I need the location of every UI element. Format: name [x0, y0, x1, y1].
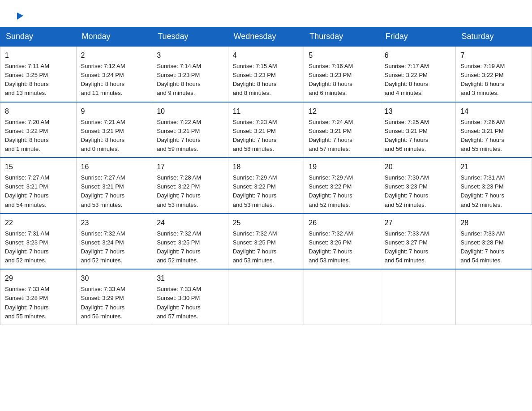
day-number: 11 [233, 106, 300, 117]
calendar-day-23: 23Sunrise: 7:32 AM Sunset: 3:24 PM Dayli… [76, 214, 152, 270]
calendar-day-25: 25Sunrise: 7:32 AM Sunset: 3:25 PM Dayli… [228, 214, 304, 270]
day-info: Sunrise: 7:32 AM Sunset: 3:26 PM Dayligh… [309, 229, 375, 265]
day-number: 20 [385, 162, 451, 172]
day-number: 10 [157, 106, 223, 117]
day-info: Sunrise: 7:14 AM Sunset: 3:23 PM Dayligh… [157, 62, 223, 98]
calendar-day-12: 12Sunrise: 7:24 AM Sunset: 3:21 PM Dayli… [304, 102, 380, 158]
day-info: Sunrise: 7:27 AM Sunset: 3:21 PM Dayligh… [5, 173, 72, 210]
day-number: 9 [81, 106, 148, 117]
calendar-empty-cell [304, 269, 380, 325]
day-number: 29 [5, 273, 72, 284]
day-info: Sunrise: 7:21 AM Sunset: 3:21 PM Dayligh… [81, 118, 148, 154]
day-number: 26 [309, 218, 375, 228]
day-info: Sunrise: 7:24 AM Sunset: 3:21 PM Dayligh… [309, 118, 375, 154]
calendar-week-3: 15Sunrise: 7:27 AM Sunset: 3:21 PM Dayli… [0, 158, 532, 214]
svg-marker-0 [17, 13, 23, 20]
day-info: Sunrise: 7:28 AM Sunset: 3:22 PM Dayligh… [157, 173, 223, 210]
calendar-day-15: 15Sunrise: 7:27 AM Sunset: 3:21 PM Dayli… [0, 158, 77, 214]
calendar-day-2: 2Sunrise: 7:12 AM Sunset: 3:24 PM Daylig… [76, 46, 152, 102]
calendar-day-30: 30Sunrise: 7:33 AM Sunset: 3:29 PM Dayli… [76, 269, 152, 325]
calendar-week-4: 22Sunrise: 7:31 AM Sunset: 3:23 PM Dayli… [0, 214, 532, 270]
calendar-day-18: 18Sunrise: 7:29 AM Sunset: 3:22 PM Dayli… [228, 158, 304, 214]
day-number: 30 [81, 273, 148, 284]
calendar-day-7: 7Sunrise: 7:19 AM Sunset: 3:22 PM Daylig… [456, 46, 532, 102]
calendar-day-9: 9Sunrise: 7:21 AM Sunset: 3:21 PM Daylig… [76, 102, 152, 158]
calendar-day-19: 19Sunrise: 7:29 AM Sunset: 3:22 PM Dayli… [304, 158, 380, 214]
calendar-day-3: 3Sunrise: 7:14 AM Sunset: 3:23 PM Daylig… [152, 46, 228, 102]
calendar-day-31: 31Sunrise: 7:33 AM Sunset: 3:30 PM Dayli… [152, 269, 228, 325]
calendar-day-10: 10Sunrise: 7:22 AM Sunset: 3:21 PM Dayli… [152, 102, 228, 158]
day-info: Sunrise: 7:16 AM Sunset: 3:23 PM Dayligh… [309, 62, 375, 98]
day-number: 13 [385, 106, 451, 117]
day-number: 3 [157, 50, 223, 61]
day-info: Sunrise: 7:11 AM Sunset: 3:25 PM Dayligh… [5, 62, 72, 98]
day-number: 27 [385, 218, 451, 228]
day-info: Sunrise: 7:32 AM Sunset: 3:25 PM Dayligh… [233, 229, 300, 265]
day-info: Sunrise: 7:33 AM Sunset: 3:30 PM Dayligh… [157, 285, 223, 321]
day-number: 31 [157, 273, 223, 284]
weekday-header-sunday: Sunday [0, 27, 77, 47]
calendar-day-28: 28Sunrise: 7:33 AM Sunset: 3:28 PM Dayli… [456, 214, 532, 270]
day-info: Sunrise: 7:22 AM Sunset: 3:21 PM Dayligh… [157, 118, 223, 154]
day-info: Sunrise: 7:33 AM Sunset: 3:27 PM Dayligh… [385, 229, 451, 265]
day-info: Sunrise: 7:17 AM Sunset: 3:22 PM Dayligh… [385, 62, 451, 98]
day-number: 25 [233, 218, 300, 228]
day-info: Sunrise: 7:31 AM Sunset: 3:23 PM Dayligh… [460, 173, 527, 210]
calendar-day-5: 5Sunrise: 7:16 AM Sunset: 3:23 PM Daylig… [304, 46, 380, 102]
day-info: Sunrise: 7:15 AM Sunset: 3:23 PM Dayligh… [233, 62, 300, 98]
calendar-day-21: 21Sunrise: 7:31 AM Sunset: 3:23 PM Dayli… [456, 158, 532, 214]
calendar-header-row: SundayMondayTuesdayWednesdayThursdayFrid… [0, 27, 532, 47]
calendar-day-8: 8Sunrise: 7:20 AM Sunset: 3:22 PM Daylig… [0, 102, 77, 158]
day-info: Sunrise: 7:26 AM Sunset: 3:21 PM Dayligh… [460, 118, 527, 154]
day-number: 24 [157, 218, 223, 228]
day-info: Sunrise: 7:29 AM Sunset: 3:22 PM Dayligh… [309, 173, 375, 210]
day-number: 14 [460, 106, 527, 117]
calendar-day-4: 4Sunrise: 7:15 AM Sunset: 3:23 PM Daylig… [228, 46, 304, 102]
calendar-day-13: 13Sunrise: 7:25 AM Sunset: 3:21 PM Dayli… [380, 102, 456, 158]
weekday-header-friday: Friday [380, 27, 456, 47]
day-info: Sunrise: 7:32 AM Sunset: 3:24 PM Dayligh… [81, 229, 148, 265]
day-info: Sunrise: 7:31 AM Sunset: 3:23 PM Dayligh… [5, 229, 72, 265]
day-number: 4 [233, 50, 300, 61]
calendar-day-11: 11Sunrise: 7:23 AM Sunset: 3:21 PM Dayli… [228, 102, 304, 158]
calendar-week-2: 8Sunrise: 7:20 AM Sunset: 3:22 PM Daylig… [0, 102, 532, 158]
calendar-day-22: 22Sunrise: 7:31 AM Sunset: 3:23 PM Dayli… [0, 214, 77, 270]
day-number: 12 [309, 106, 375, 117]
day-info: Sunrise: 7:30 AM Sunset: 3:23 PM Dayligh… [385, 173, 451, 210]
day-info: Sunrise: 7:20 AM Sunset: 3:22 PM Dayligh… [5, 118, 72, 154]
weekday-header-monday: Monday [76, 27, 152, 47]
calendar-day-29: 29Sunrise: 7:33 AM Sunset: 3:28 PM Dayli… [0, 269, 77, 325]
logo-triangle-icon [15, 11, 25, 21]
calendar-day-1: 1Sunrise: 7:11 AM Sunset: 3:25 PM Daylig… [0, 46, 77, 102]
day-info: Sunrise: 7:33 AM Sunset: 3:28 PM Dayligh… [460, 229, 527, 265]
day-number: 2 [81, 50, 148, 61]
day-number: 5 [309, 50, 375, 61]
day-number: 21 [460, 162, 527, 172]
calendar-day-20: 20Sunrise: 7:30 AM Sunset: 3:23 PM Dayli… [380, 158, 456, 214]
day-number: 16 [81, 162, 148, 172]
day-info: Sunrise: 7:32 AM Sunset: 3:25 PM Dayligh… [157, 229, 223, 265]
calendar-empty-cell [228, 269, 304, 325]
page-header [0, 0, 532, 27]
day-number: 22 [5, 218, 72, 228]
calendar-day-16: 16Sunrise: 7:27 AM Sunset: 3:21 PM Dayli… [76, 158, 152, 214]
weekday-header-saturday: Saturday [456, 27, 532, 47]
calendar-empty-cell [456, 269, 532, 325]
day-info: Sunrise: 7:29 AM Sunset: 3:22 PM Dayligh… [233, 173, 300, 210]
calendar-week-5: 29Sunrise: 7:33 AM Sunset: 3:28 PM Dayli… [0, 269, 532, 325]
day-number: 17 [157, 162, 223, 172]
day-number: 23 [81, 218, 148, 228]
calendar-day-6: 6Sunrise: 7:17 AM Sunset: 3:22 PM Daylig… [380, 46, 456, 102]
day-info: Sunrise: 7:19 AM Sunset: 3:22 PM Dayligh… [460, 62, 527, 98]
calendar-day-24: 24Sunrise: 7:32 AM Sunset: 3:25 PM Dayli… [152, 214, 228, 270]
day-info: Sunrise: 7:33 AM Sunset: 3:28 PM Dayligh… [5, 285, 72, 321]
calendar-day-27: 27Sunrise: 7:33 AM Sunset: 3:27 PM Dayli… [380, 214, 456, 270]
day-number: 18 [233, 162, 300, 172]
day-number: 8 [5, 106, 72, 117]
logo [14, 11, 25, 22]
day-info: Sunrise: 7:12 AM Sunset: 3:24 PM Dayligh… [81, 62, 148, 98]
calendar-empty-cell [380, 269, 456, 325]
day-info: Sunrise: 7:33 AM Sunset: 3:29 PM Dayligh… [81, 285, 148, 321]
calendar-day-17: 17Sunrise: 7:28 AM Sunset: 3:22 PM Dayli… [152, 158, 228, 214]
day-number: 6 [385, 50, 451, 61]
